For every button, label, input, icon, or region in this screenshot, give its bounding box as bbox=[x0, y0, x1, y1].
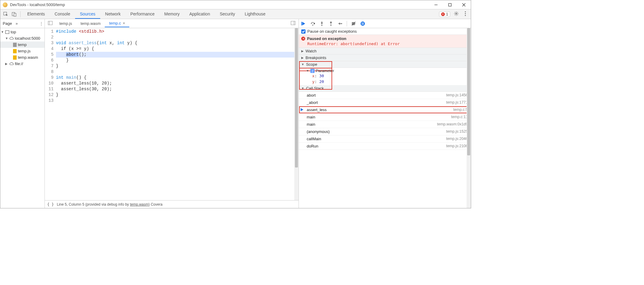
pretty-print-icon[interactable]: { } bbox=[47, 202, 54, 207]
navigator-menu-icon[interactable]: ⋮ bbox=[38, 20, 45, 27]
editor-panel: temp.js temp.wasm temp.c× 12345678910111… bbox=[45, 19, 299, 208]
file-icon bbox=[13, 55, 17, 60]
toggle-navigator-icon[interactable] bbox=[45, 21, 55, 26]
svg-point-17 bbox=[312, 25, 313, 25]
step-out-icon[interactable] bbox=[329, 21, 333, 26]
svg-rect-24 bbox=[363, 22, 364, 25]
scope-parameter-row[interactable]: ▼fParameter bbox=[299, 68, 471, 74]
file-icon bbox=[13, 43, 17, 47]
navigator-sidebar: Page » ⋮ ▼ top ▼ localhost:5000 t bbox=[0, 19, 45, 208]
tab-sources[interactable]: Sources bbox=[75, 10, 100, 19]
scope-section[interactable]: ▼Scope bbox=[299, 61, 471, 68]
callstack-section[interactable]: ▼Call Stack bbox=[299, 85, 471, 92]
stack-frame-current[interactable]: assert_lesstemp.c:5 bbox=[299, 106, 471, 114]
svg-rect-1 bbox=[449, 3, 451, 6]
editor-tab-tempwasm[interactable]: temp.wasm bbox=[76, 20, 105, 27]
editor-tabs: temp.js temp.wasm temp.c× bbox=[45, 19, 299, 28]
param-x: x: 30 bbox=[299, 74, 471, 79]
window-maximize-button[interactable] bbox=[443, 0, 457, 9]
error-badge[interactable]: ✕ 1 bbox=[439, 12, 450, 17]
pause-exceptions-icon[interactable] bbox=[360, 21, 365, 26]
svg-point-22 bbox=[361, 22, 365, 26]
editor-tab-tempc[interactable]: temp.c× bbox=[105, 20, 129, 27]
divider bbox=[20, 11, 21, 17]
cloud-icon bbox=[9, 62, 14, 66]
frame-icon bbox=[5, 30, 9, 34]
stack-frame[interactable]: callMaintemp.js:2046 bbox=[299, 135, 471, 143]
tab-lighthouse[interactable]: Lighthouse bbox=[240, 10, 270, 19]
toggle-debugger-icon[interactable] bbox=[288, 21, 298, 26]
editor-scrollbar[interactable] bbox=[294, 28, 299, 200]
stack-frame[interactable]: maintemp.c:11 bbox=[299, 114, 471, 121]
parameter-badge-icon: f bbox=[310, 69, 315, 73]
checkbox-checked-icon[interactable] bbox=[301, 29, 305, 34]
svg-rect-16 bbox=[301, 22, 302, 25]
svg-rect-6 bbox=[14, 13, 16, 16]
step-over-icon[interactable] bbox=[310, 21, 315, 26]
file-tree: ▼ top ▼ localhost:5000 temp temp.js bbox=[0, 28, 45, 208]
app-icon bbox=[3, 2, 8, 7]
stack-frame[interactable]: _aborttemp.js:1771 bbox=[299, 99, 471, 106]
tab-elements[interactable]: Elements bbox=[22, 10, 50, 19]
svg-point-20 bbox=[341, 23, 342, 24]
pause-on-caught-row[interactable]: Pause on caught exceptions bbox=[299, 28, 471, 35]
tree-host[interactable]: ▼ localhost:5000 bbox=[0, 35, 45, 41]
tab-security[interactable]: Security bbox=[215, 10, 240, 19]
code-lines: #include <stdlib.h> void assert_less(int… bbox=[56, 28, 299, 200]
inspect-icon[interactable] bbox=[2, 11, 10, 18]
tree-file-temp[interactable]: temp bbox=[0, 41, 45, 48]
tree-file-scheme[interactable]: ▶ file:// bbox=[0, 61, 45, 67]
deactivate-breakpoints-icon[interactable] bbox=[351, 21, 356, 26]
svg-point-10 bbox=[465, 15, 466, 16]
tab-memory[interactable]: Memory bbox=[160, 10, 185, 19]
error-icon: ✕ bbox=[301, 37, 305, 41]
svg-point-9 bbox=[465, 13, 466, 14]
svg-rect-14 bbox=[291, 21, 295, 25]
window-close-button[interactable] bbox=[457, 0, 471, 9]
navigator-page-tab[interactable]: Page bbox=[0, 20, 14, 27]
svg-point-8 bbox=[465, 11, 466, 12]
step-icon[interactable] bbox=[338, 21, 342, 26]
window-titlebar: DevTools - localhost:5000/temp bbox=[0, 0, 471, 9]
more-icon[interactable] bbox=[462, 10, 468, 18]
close-icon[interactable]: × bbox=[123, 21, 125, 25]
debug-toolbar bbox=[299, 19, 471, 28]
error-icon: ✕ bbox=[441, 12, 445, 16]
tree-file-tempjs[interactable]: temp.js bbox=[0, 48, 45, 54]
svg-point-18 bbox=[321, 25, 322, 26]
tab-network[interactable]: Network bbox=[100, 10, 125, 19]
svg-rect-11 bbox=[5, 31, 9, 34]
tab-console[interactable]: Console bbox=[50, 10, 75, 19]
breakpoints-section[interactable]: ▶Breakpoints bbox=[299, 55, 471, 61]
tab-application[interactable]: Application bbox=[184, 10, 215, 19]
editor-tab-tempjs[interactable]: temp.js bbox=[55, 20, 76, 27]
stack-frame[interactable]: aborttemp.js:1456 bbox=[299, 92, 471, 99]
settings-icon[interactable] bbox=[451, 10, 461, 18]
window-title: DevTools - localhost:5000/temp bbox=[10, 2, 429, 7]
window-minimize-button[interactable] bbox=[429, 0, 443, 9]
stack-frame[interactable]: doRuntemp.js:2106 bbox=[299, 143, 471, 150]
step-into-icon[interactable] bbox=[319, 21, 324, 26]
watch-section[interactable]: ▶Watch bbox=[299, 48, 471, 55]
tree-top[interactable]: ▼ top bbox=[0, 29, 45, 35]
navigator-more-tabs[interactable]: » bbox=[14, 20, 19, 27]
debug-panes: Pause on caught exceptions ✕Paused on ex… bbox=[299, 28, 471, 208]
debug-scrollbar[interactable] bbox=[467, 28, 471, 208]
svg-rect-12 bbox=[48, 21, 52, 25]
svg-rect-23 bbox=[362, 22, 362, 25]
device-icon[interactable] bbox=[10, 11, 18, 18]
stack-frame[interactable]: maintemp.wasm:0x1d9 bbox=[299, 121, 471, 128]
param-y: y: 20 bbox=[299, 79, 471, 85]
stack-frame[interactable]: (anonymous)temp.js:1525 bbox=[299, 128, 471, 135]
error-count: 1 bbox=[446, 12, 448, 16]
paused-exception-banner: ✕Paused on exception RuntimeError: abort… bbox=[299, 35, 471, 48]
svg-point-7 bbox=[456, 13, 457, 14]
code-editor[interactable]: 12345678910111213 #include <stdlib.h> vo… bbox=[45, 28, 299, 200]
tree-file-tempwasm[interactable]: temp.wasm bbox=[0, 54, 45, 61]
file-icon bbox=[13, 49, 17, 53]
tab-performance[interactable]: Performance bbox=[125, 10, 159, 19]
resume-icon[interactable] bbox=[301, 21, 306, 26]
debugger-panel: Pause on caught exceptions ✕Paused on ex… bbox=[299, 19, 471, 208]
debuginfo-link[interactable]: temp.wasm bbox=[130, 202, 148, 207]
svg-point-19 bbox=[330, 25, 332, 26]
